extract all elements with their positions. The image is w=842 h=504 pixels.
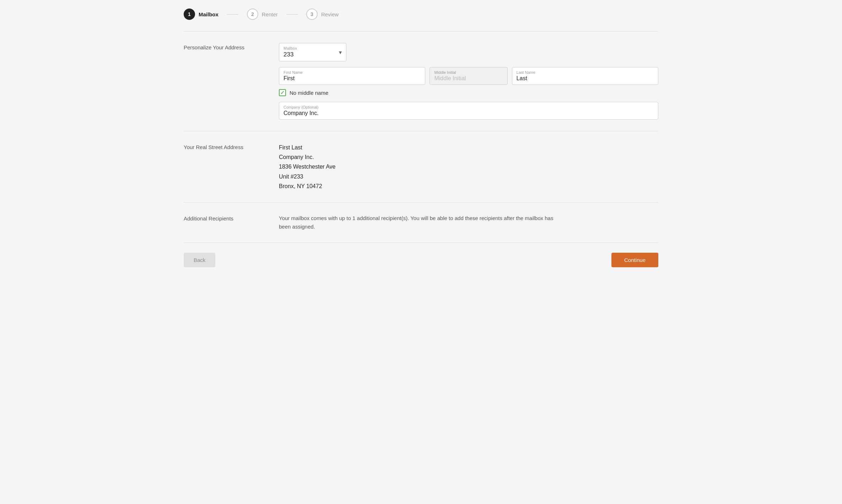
recipients-text: Your mailbox comes with up to 1 addition… <box>279 214 563 231</box>
address-line-6: Bronx, NY 10472 <box>279 181 658 191</box>
step-1-label: Mailbox <box>199 11 218 17</box>
no-middle-name-row: ✓ No middle name <box>279 89 658 96</box>
address-line-1: First Last <box>279 143 658 152</box>
back-button[interactable]: Back <box>184 253 215 267</box>
first-name-label: First Name <box>284 70 421 75</box>
last-name-input[interactable] <box>517 75 654 82</box>
step-divider-2 <box>286 14 298 15</box>
recipients-label: Additional Recipients <box>184 214 262 221</box>
no-middle-name-checkbox[interactable]: ✓ <box>279 89 286 96</box>
step-2-circle: 2 <box>247 9 258 20</box>
recipients-content: Your mailbox comes with up to 1 addition… <box>279 214 658 231</box>
address-line-4: 1836 Westchester Ave <box>279 162 658 171</box>
address-section: Your Real Street Address First Last Comp… <box>184 131 658 202</box>
mailbox-dropdown-label: Mailbox <box>284 46 333 50</box>
footer: Back Continue <box>184 246 658 274</box>
address-content: First Last Company Inc. 1836 Westchester… <box>279 143 658 191</box>
address-section-label: Your Real Street Address <box>184 143 262 150</box>
address-line-5: Unit #233 <box>279 172 658 181</box>
first-name-field: First Name <box>279 67 425 85</box>
middle-initial-label: Middle Initial <box>434 70 503 75</box>
recipients-section: Additional Recipients Your mailbox comes… <box>184 203 658 242</box>
personalize-section: Personalize Your Address Mailbox 233 ▾ F… <box>184 32 658 131</box>
step-3-circle: 3 <box>306 9 318 20</box>
last-name-field: Last Name <box>512 67 658 85</box>
first-name-input[interactable] <box>284 75 421 82</box>
personalize-content: Mailbox 233 ▾ First Name Middle Initial <box>279 43 658 120</box>
mailbox-dropdown[interactable]: Mailbox 233 ▾ <box>279 43 346 61</box>
continue-button[interactable]: Continue <box>611 253 658 267</box>
step-2-label: Renter <box>262 11 278 17</box>
middle-initial-input[interactable] <box>434 75 503 82</box>
step-1-circle: 1 <box>184 9 195 20</box>
step-3-label: Review <box>321 11 339 17</box>
company-field: Company (Optional) <box>279 102 658 120</box>
no-middle-name-label: No middle name <box>290 90 328 96</box>
name-fields-row: First Name Middle Initial Last Name <box>279 67 658 85</box>
stepper: 1 Mailbox 2 Renter 3 Review <box>184 9 658 20</box>
divider-footer <box>184 242 658 243</box>
personalize-label: Personalize Your Address <box>184 43 262 50</box>
step-divider-1 <box>227 14 238 15</box>
chevron-down-icon: ▾ <box>339 49 342 56</box>
step-2: 2 Renter <box>247 9 278 20</box>
address-line-2: Company Inc. <box>279 152 658 162</box>
company-label: Company (Optional) <box>284 105 654 109</box>
mailbox-dropdown-wrapper: Mailbox 233 ▾ <box>279 43 346 61</box>
mailbox-dropdown-value: 233 <box>284 51 333 58</box>
middle-initial-field: Middle Initial <box>430 67 507 85</box>
last-name-label: Last Name <box>517 70 654 75</box>
company-input[interactable] <box>284 110 654 116</box>
checkmark-icon: ✓ <box>280 90 285 95</box>
step-3: 3 Review <box>306 9 339 20</box>
step-1: 1 Mailbox <box>184 9 218 20</box>
